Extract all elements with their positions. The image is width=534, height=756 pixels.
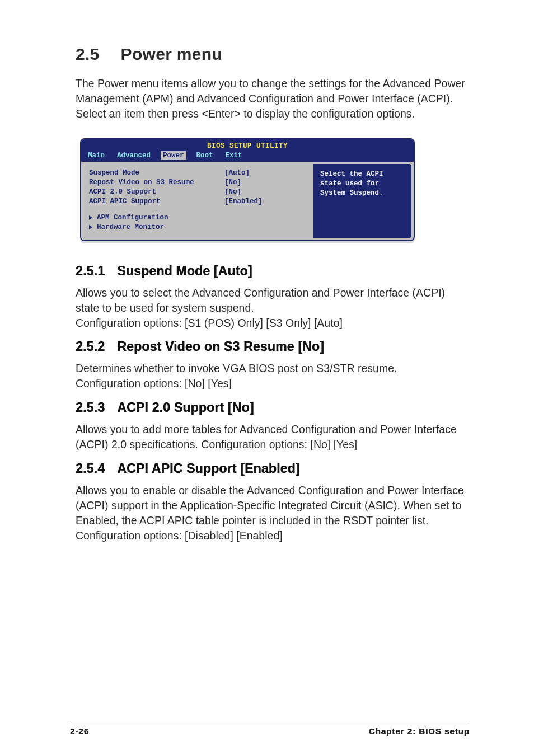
bios-item-label: Suspend Mode [89, 168, 224, 178]
footer-rule [70, 721, 470, 721]
bios-item-value: [No] [224, 178, 241, 187]
bios-item-label: ACPI APIC Support [89, 197, 224, 206]
bios-item[interactable]: ACPI 2.0 Support [No] [89, 187, 307, 197]
subsection-heading: 2.5.2Repost Video on S3 Resume [No] [76, 339, 470, 354]
bios-left-panel: Suspend Mode [Auto] Repost Video on S3 R… [81, 162, 313, 240]
section-number: 2.5 [76, 45, 100, 64]
triangle-right-icon [89, 215, 92, 220]
subsection-heading: 2.5.4ACPI APIC Support [Enabled] [76, 461, 470, 476]
bios-submenu-label: Hardware Monitor [97, 223, 164, 232]
subsection-body: Allows you to select the Advanced Config… [76, 285, 470, 331]
bios-item-value: [Auto] [224, 168, 250, 178]
bios-title: BIOS SETUP UTILITY [81, 139, 414, 151]
page-footer: 2-26 Chapter 2: BIOS setup [70, 726, 470, 736]
subsection-body: Allows you to enable or disable the Adva… [76, 483, 470, 543]
bios-tab-exit[interactable]: Exit [223, 151, 245, 161]
bios-submenu-block: APM Configuration Hardware Monitor [89, 213, 307, 232]
bios-screenshot: BIOS SETUP UTILITY Main Advanced Power B… [80, 138, 415, 241]
section-title: Power menu [121, 45, 222, 63]
bios-item[interactable]: Repost Video on S3 Resume [No] [89, 178, 307, 187]
bios-tab-boot[interactable]: Boot [194, 151, 216, 161]
subsection-title: Suspend Mode [Auto] [117, 264, 252, 278]
triangle-right-icon [89, 225, 92, 229]
subsection-number: 2.5.4 [76, 461, 105, 476]
bios-submenu[interactable]: Hardware Monitor [89, 223, 307, 232]
bios-item-value: [Enabled] [224, 197, 263, 206]
bios-tab-row: Main Advanced Power Boot Exit [81, 151, 414, 162]
bios-tab-advanced[interactable]: Advanced [115, 151, 153, 161]
bios-item-value: [No] [224, 187, 241, 197]
bios-item[interactable]: Suspend Mode [Auto] [89, 168, 307, 178]
bios-item-label: Repost Video on S3 Resume [89, 178, 224, 187]
bios-item[interactable]: ACPI APIC Support [Enabled] [89, 197, 307, 206]
page-number: 2-26 [70, 726, 89, 736]
subsection-body: Determines whether to invoke VGA BIOS po… [76, 361, 470, 391]
bios-submenu[interactable]: APM Configuration [89, 213, 307, 223]
bios-tab-power[interactable]: Power [161, 151, 186, 161]
bios-body: Suspend Mode [Auto] Repost Video on S3 R… [81, 162, 414, 240]
subsection-heading: 2.5.3ACPI 2.0 Support [No] [76, 400, 470, 415]
bios-tab-main[interactable]: Main [86, 151, 107, 161]
bios-item-label: ACPI 2.0 Support [89, 187, 224, 197]
subsection-number: 2.5.1 [76, 264, 105, 279]
subsection-title: ACPI APIC Support [Enabled] [117, 461, 300, 476]
bios-submenu-label: APM Configuration [97, 213, 168, 223]
chapter-label: Chapter 2: BIOS setup [369, 726, 470, 736]
subsection-title: Repost Video on S3 Resume [No] [117, 339, 324, 354]
subsection-number: 2.5.3 [76, 400, 105, 415]
bios-help-panel: Select the ACPI state used for System Su… [313, 164, 411, 237]
intro-paragraph: The Power menu items allow you to change… [76, 76, 470, 121]
subsection-title: ACPI 2.0 Support [No] [117, 400, 254, 415]
subsection-body: Allows you to add more tables for Advanc… [76, 422, 470, 452]
subsection-number: 2.5.2 [76, 339, 105, 354]
subsection-heading: 2.5.1Suspend Mode [Auto] [76, 264, 470, 279]
section-heading: 2.5Power menu [76, 45, 470, 64]
